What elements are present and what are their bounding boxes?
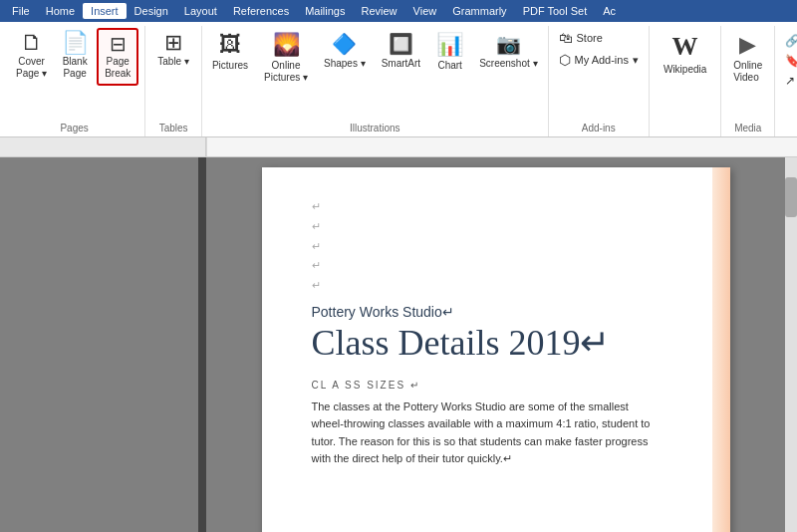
vertical-scrollbar[interactable]: [785, 157, 797, 532]
page-accent: [712, 167, 730, 532]
chart-icon: 📊: [436, 32, 463, 58]
menu-layout[interactable]: Layout: [176, 3, 225, 19]
menu-pdf-tool-set[interactable]: PDF Tool Set: [515, 3, 596, 19]
wikipedia-group-label: [656, 133, 714, 136]
wikipedia-button[interactable]: W Wikipedia: [656, 28, 714, 79]
scroll-thumb[interactable]: [785, 177, 797, 217]
blank-page-button[interactable]: 📄 BlankPage: [55, 28, 95, 84]
ruler-left: [0, 137, 206, 156]
symbol-5: ↵: [312, 276, 680, 296]
bookmark-button[interactable]: 🔖 Bookmark: [781, 52, 797, 70]
page-break-icon: ⊟: [110, 34, 127, 54]
chart-label: Chart: [437, 60, 461, 71]
menu-review[interactable]: Review: [354, 3, 405, 19]
addins-group-label: Add-ins: [555, 123, 643, 136]
symbol-3: ↵: [312, 237, 680, 257]
media-group-label: Media: [727, 123, 768, 136]
my-addins-button[interactable]: ⬡ My Add-ins ▾: [555, 50, 643, 70]
table-icon: ⊞: [164, 32, 182, 54]
paragraph-marks: ↵ ↵ ↵ ↵ ↵: [312, 197, 680, 296]
blank-page-icon: 📄: [62, 32, 89, 54]
ribbon: 🗋 CoverPage ▾ 📄 BlankPage ⊟ PageBreak Pa…: [0, 22, 797, 137]
pictures-label: Pictures: [212, 60, 248, 71]
illustrations-group-label: Illustrations: [206, 123, 544, 136]
my-addins-label: My Add-ins: [575, 54, 629, 66]
ribbon-group-tables: ⊞ Table ▾ Tables: [145, 26, 202, 136]
shapes-button[interactable]: 🔷 Shapes ▾: [318, 28, 372, 73]
doc-scroll[interactable]: ↵ ↵ ↵ ↵ ↵ Pottery Works Studio↵ Class De…: [206, 157, 785, 532]
online-pictures-button[interactable]: 🌄 OnlinePictures ▾: [258, 28, 314, 88]
screenshot-label: Screenshot ▾: [479, 58, 537, 69]
store-button[interactable]: 🛍 Store: [555, 28, 643, 48]
ribbon-group-pages: 🗋 CoverPage ▾ 📄 BlankPage ⊟ PageBreak Pa…: [4, 26, 145, 136]
wikipedia-icon: W: [672, 32, 698, 62]
pages-group-label: Pages: [10, 123, 138, 136]
page-break-label: PageBreak: [105, 56, 131, 80]
online-pictures-icon: 🌄: [273, 32, 300, 58]
page-break-button[interactable]: ⊟ PageBreak: [97, 28, 138, 86]
menu-bar: File Home Insert Design Layout Reference…: [0, 0, 797, 22]
menu-design[interactable]: Design: [127, 3, 176, 19]
table-button[interactable]: ⊞ Table ▾: [151, 28, 195, 71]
menu-ac[interactable]: Ac: [595, 3, 624, 19]
ribbon-group-illustrations: 🖼 Pictures 🌄 OnlinePictures ▾ 🔷 Shapes ▾…: [202, 26, 549, 136]
bookmark-icon: 🔖: [785, 54, 797, 68]
links-group-label: Links: [781, 123, 797, 136]
online-pictures-label: OnlinePictures ▾: [264, 60, 308, 84]
menu-insert[interactable]: Insert: [83, 3, 127, 19]
cross-reference-button[interactable]: ↗ Cross-refer…: [781, 72, 797, 90]
cover-page-button[interactable]: 🗋 CoverPage ▾: [10, 28, 53, 84]
document-area: ↵ ↵ ↵ ↵ ↵ Pottery Works Studio↵ Class De…: [0, 157, 797, 532]
doc-left-bar: [0, 157, 206, 532]
store-label: Store: [577, 32, 603, 44]
symbol-4: ↵: [312, 256, 680, 276]
ribbon-group-media: ▶ OnlineVideo Media: [721, 26, 775, 136]
my-addins-icon: ⬡: [559, 52, 571, 68]
section-label: CL A SS SIZES ↵: [312, 380, 680, 391]
document-page: ↵ ↵ ↵ ↵ ↵ Pottery Works Studio↵ Class De…: [262, 167, 730, 532]
smartart-label: SmartArt: [382, 58, 420, 69]
ribbon-group-links: 🔗 Hyperlink 🔖 Bookmark ↗ Cross-refer… Li…: [775, 26, 797, 136]
menu-home[interactable]: Home: [38, 3, 83, 19]
online-video-icon: ▶: [739, 32, 756, 58]
store-icon: 🛍: [559, 30, 573, 46]
my-addins-arrow: ▾: [633, 54, 639, 67]
online-video-button[interactable]: ▶ OnlineVideo: [727, 28, 768, 88]
document-subtitle: Pottery Works Studio↵: [312, 304, 680, 320]
smartart-button[interactable]: 🔲 SmartArt: [376, 28, 426, 73]
shapes-icon: 🔷: [332, 32, 357, 56]
blank-page-label: BlankPage: [63, 56, 88, 80]
pictures-button[interactable]: 🖼 Pictures: [206, 28, 254, 75]
body-text: The classes at the Pottery Works Studio …: [312, 399, 651, 468]
symbol-2: ↵: [312, 217, 680, 237]
menu-view[interactable]: View: [405, 3, 445, 19]
menu-mailings[interactable]: Mailings: [297, 3, 353, 19]
table-label: Table ▾: [157, 56, 189, 67]
smartart-icon: 🔲: [389, 32, 413, 56]
online-video-label: OnlineVideo: [733, 60, 762, 84]
shapes-label: Shapes ▾: [324, 58, 366, 69]
cover-page-label: CoverPage ▾: [16, 56, 47, 80]
ribbon-group-wikipedia: W Wikipedia: [650, 26, 721, 136]
chart-button[interactable]: 📊 Chart: [430, 28, 469, 75]
hyperlink-button[interactable]: 🔗 Hyperlink: [781, 32, 797, 50]
menu-references[interactable]: References: [225, 3, 297, 19]
screenshot-icon: 📷: [496, 32, 521, 56]
ribbon-group-addins: 🛍 Store ⬡ My Add-ins ▾ Add-ins: [549, 26, 650, 136]
hyperlink-icon: 🔗: [785, 34, 797, 48]
wikipedia-label: Wikipedia: [664, 64, 706, 75]
cross-reference-icon: ↗: [785, 74, 795, 88]
tables-group-label: Tables: [151, 123, 195, 136]
ruler-main: // Ruler marks rendered via SVG inline t…: [206, 137, 797, 156]
symbol-1: ↵: [312, 197, 680, 217]
menu-file[interactable]: File: [4, 3, 38, 19]
ruler: // Ruler marks rendered via SVG inline t…: [0, 137, 797, 157]
document-title: Class Details 2019↵: [312, 324, 680, 364]
pictures-icon: 🖼: [219, 32, 241, 58]
screenshot-button[interactable]: 📷 Screenshot ▾: [473, 28, 543, 73]
svg-rect-0: [206, 137, 797, 156]
menu-grammarly[interactable]: Grammarly: [444, 3, 514, 19]
cover-page-icon: 🗋: [21, 32, 43, 54]
